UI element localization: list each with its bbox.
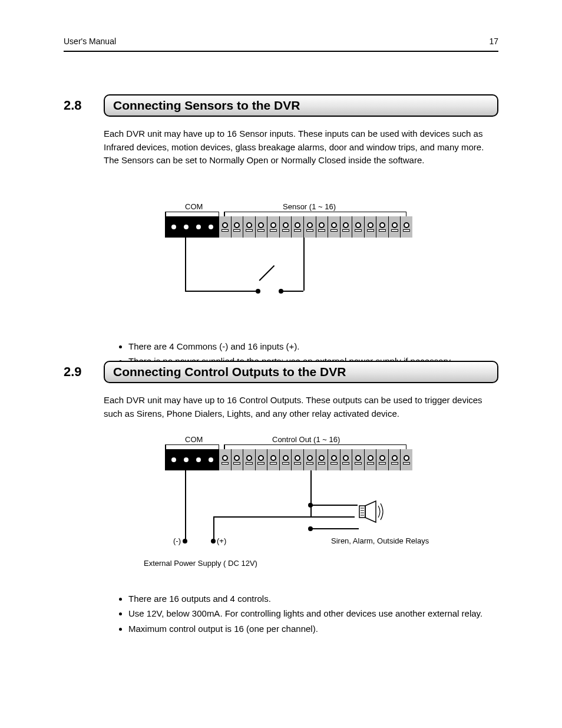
section-notes: There are 16 outputs and 4 controls. Use… — [128, 592, 498, 637]
control-strip — [219, 449, 412, 470]
terminal-cell — [328, 449, 340, 470]
psu-label: External Power Supply ( DC 12V) — [144, 559, 257, 568]
note-item: Use 12V, below 300mA. For controlling li… — [128, 607, 498, 620]
terminal-cell — [401, 449, 412, 470]
com-label: COM — [185, 202, 203, 211]
siren-icon — [358, 500, 386, 523]
note-item: There are 4 Commons (-) and 16 inputs (+… — [128, 340, 498, 353]
diagram-control-wiring: COM Control Out (1 ~ 16) (-) (+) — [137, 436, 443, 589]
terminal-cell — [365, 449, 377, 470]
control-label: Control Out (1 ~ 16) — [272, 435, 340, 444]
com-block — [165, 449, 219, 470]
terminal-cell — [267, 449, 280, 470]
terminal-cell — [316, 449, 329, 470]
section-title-pill: Connecting Sensors to the DVR — [104, 94, 498, 117]
section-2-8: 2.8 Connecting Sensors to the DVR Each D… — [64, 94, 498, 167]
terminal-cell — [340, 449, 353, 470]
terminal-block — [165, 216, 412, 238]
terminal-cell — [243, 216, 256, 238]
psu-neg-dot — [183, 539, 187, 543]
note-item: Maximum control output is 16 (one per ch… — [128, 622, 498, 635]
psu-pos-label: (+) — [217, 536, 226, 545]
terminal-cell — [280, 216, 292, 238]
psu-pos-dot — [211, 539, 216, 543]
terminal-cell — [389, 449, 401, 470]
manual-title: User's Manual — [64, 37, 116, 46]
section-2-9: 2.9 Connecting Control Outputs to the DV… — [64, 361, 498, 420]
terminal-cell — [219, 216, 232, 238]
device-label: Siren, Alarm, Outside Relays — [331, 536, 429, 545]
section-title: Connecting Sensors to the DVR — [113, 98, 300, 113]
section-title: Connecting Control Outputs to the DVR — [113, 365, 346, 379]
terminal-cell — [232, 216, 244, 238]
terminal-cell — [219, 449, 232, 470]
terminal-cell — [376, 449, 389, 470]
terminal-cell — [352, 216, 365, 238]
terminal-cell — [316, 216, 329, 238]
sensor-strip — [219, 216, 412, 238]
section-body: Each DVR unit may have up to 16 Control … — [104, 394, 498, 420]
section-body: Each DVR unit may have up to 16 Sensor i… — [104, 127, 498, 167]
terminal-cell — [328, 216, 340, 238]
wire-end-right — [279, 289, 283, 294]
terminal-cell — [304, 216, 316, 238]
terminal-cell — [256, 216, 268, 238]
com-label: COM — [185, 435, 203, 444]
terminal-cell — [256, 449, 268, 470]
terminal-cell — [389, 216, 401, 238]
page-number: 17 — [489, 37, 498, 46]
com-block — [165, 216, 219, 238]
terminal-cell — [304, 449, 316, 470]
terminal-cell — [401, 216, 412, 238]
terminal-cell — [340, 216, 353, 238]
section-title-pill: Connecting Control Outputs to the DVR — [104, 361, 498, 383]
header-rule — [64, 51, 498, 52]
terminal-cell — [232, 449, 244, 470]
svg-rect-0 — [359, 506, 365, 518]
terminal-cell — [292, 449, 304, 470]
terminal-cell — [292, 216, 304, 238]
terminal-cell — [352, 449, 365, 470]
terminal-cell — [243, 449, 256, 470]
wire-end-left — [256, 289, 260, 294]
sensor-label: Sensor (1 ~ 16) — [283, 202, 336, 211]
diagram-sensor-wiring: COM Sensor (1 ~ 16) — [165, 203, 412, 339]
terminal-cell — [365, 216, 377, 238]
terminal-cell — [280, 449, 292, 470]
psu-neg-label: (-) — [173, 536, 181, 545]
note-item: There are 16 outputs and 4 controls. — [128, 592, 498, 605]
section-number: 2.8 — [64, 98, 91, 113]
terminal-cell — [267, 216, 280, 238]
terminal-cell — [376, 216, 389, 238]
terminal-block — [165, 449, 412, 470]
section-number: 2.9 — [64, 364, 91, 380]
